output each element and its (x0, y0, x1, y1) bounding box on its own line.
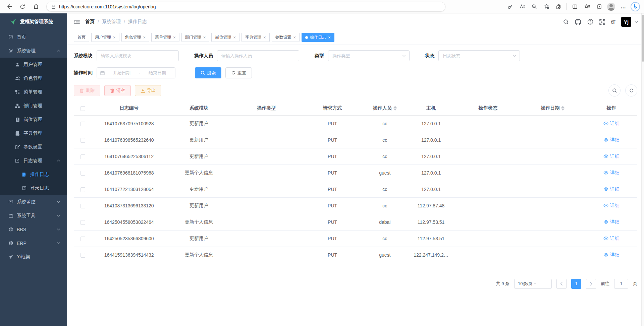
operator-filter-input[interactable] (217, 50, 299, 61)
more-menu-icon[interactable]: … (618, 2, 629, 12)
status-filter-select[interactable]: 日志状态 (438, 50, 520, 61)
next-page-button[interactable] (586, 279, 596, 289)
date-range-picker[interactable]: 开始日期 - 结束日期 (97, 67, 175, 78)
table-row[interactable]: 1641087313696133120 更新用户 PUT cc 112.97.8… (74, 197, 637, 214)
table-row[interactable]: 1641076370975100928 更新用户 PUT cc 127.0.0.… (74, 115, 637, 132)
tab-operation-log[interactable]: 操作日志× (302, 33, 334, 42)
sidebar-item-erp[interactable]: ERP (0, 236, 67, 250)
row-checkbox[interactable] (80, 220, 85, 225)
header-search-icon[interactable] (563, 19, 569, 25)
detail-link[interactable]: 详细 (603, 121, 620, 127)
close-tab-icon[interactable]: × (328, 35, 331, 40)
table-row[interactable]: 1642505235366809600 更新用户 PUT cc 112.97.5… (74, 230, 637, 247)
row-checkbox[interactable] (80, 154, 85, 159)
detail-link[interactable]: 详细 (603, 252, 620, 258)
sidebar-item-home[interactable]: 首页 (0, 30, 67, 44)
sidebar-item-menus[interactable]: 菜单管理 (0, 85, 67, 99)
table-row[interactable]: 1644159136394514432 更新个人信息 PUT guest 122… (74, 247, 637, 263)
collections-icon[interactable] (594, 2, 604, 12)
user-avatar-logo[interactable]: Yj (621, 17, 631, 27)
breadcrumb-home[interactable]: 首页 (85, 19, 95, 25)
split-screen-icon[interactable] (570, 2, 580, 12)
page-size-select[interactable]: 10条/页 (514, 279, 552, 289)
font-size-icon[interactable]: tT (611, 19, 615, 25)
sidebar-item-operation-log[interactable]: 操作日志 (0, 168, 67, 181)
browser-back-icon[interactable] (3, 2, 15, 12)
close-tab-icon[interactable]: × (233, 35, 236, 40)
row-checkbox[interactable] (80, 122, 85, 126)
extensions-icon[interactable] (553, 2, 564, 12)
module-filter-input[interactable] (97, 50, 179, 61)
sort-icon[interactable] (561, 106, 565, 111)
delete-button[interactable]: 删除 (74, 85, 100, 96)
tab-user-mgmt[interactable]: 用户管理× (91, 33, 119, 42)
tab-role-mgmt[interactable]: 角色管理× (121, 33, 150, 42)
reset-button[interactable]: 重置 (225, 67, 252, 78)
clear-button[interactable]: 清空 (104, 85, 131, 96)
sidebar-item-posts[interactable]: 岗位管理 (0, 113, 67, 126)
sidebar-item-login-log[interactable]: 登录日志 (0, 181, 67, 195)
sidebar-item-logs[interactable]: 日志管理 (0, 154, 67, 168)
detail-link[interactable]: 详细 (603, 236, 620, 242)
bing-chat-icon[interactable] (630, 2, 641, 12)
sidebar-item-bbs[interactable]: BBS (0, 222, 67, 236)
sidebar-item-yi-framework[interactable]: Yi框架 (0, 250, 67, 264)
password-key-icon[interactable] (505, 2, 516, 12)
user-menu-caret-icon[interactable] (635, 21, 638, 23)
favorites-bar-icon[interactable] (582, 2, 592, 12)
export-button[interactable]: 导出 (135, 85, 161, 96)
close-tab-icon[interactable]: × (173, 35, 176, 40)
detail-link[interactable]: 详细 (603, 153, 620, 159)
show-search-toggle-button[interactable] (608, 84, 621, 96)
detail-link[interactable]: 详细 (603, 219, 620, 225)
tab-post-mgmt[interactable]: 岗位管理× (211, 33, 239, 42)
help-icon[interactable] (587, 19, 593, 25)
row-checkbox[interactable] (80, 253, 85, 258)
page-scrollbar[interactable] (641, 13, 644, 326)
fullscreen-icon[interactable] (599, 19, 605, 25)
select-all-checkbox[interactable] (80, 106, 85, 111)
close-tab-icon[interactable]: × (293, 35, 296, 40)
type-filter-select[interactable]: 操作类型 (328, 50, 410, 61)
sidebar-item-parameters[interactable]: 参数设置 (0, 140, 67, 154)
sidebar-item-system[interactable]: 系统管理 (0, 44, 67, 58)
close-tab-icon[interactable]: × (113, 35, 116, 40)
detail-link[interactable]: 详细 (603, 137, 620, 143)
detail-link[interactable]: 详细 (603, 170, 620, 176)
row-checkbox[interactable] (80, 237, 85, 241)
favorites-add-icon[interactable] (541, 2, 552, 12)
browser-address-bar[interactable]: https://ccnetcore.com:1101/system/log/op… (46, 2, 445, 12)
close-tab-icon[interactable]: × (203, 35, 206, 40)
sidebar-item-tools[interactable]: 系统工具 (0, 209, 67, 222)
scrollbar-thumb[interactable] (642, 15, 644, 62)
read-aloud-icon[interactable] (517, 2, 528, 12)
table-row[interactable]: 1641077221303128064 更新用户 PUT cc 127.0.0.… (74, 181, 637, 197)
tab-home[interactable]: 首页 (74, 33, 89, 42)
close-tab-icon[interactable]: × (143, 35, 146, 40)
zoom-out-icon[interactable] (529, 2, 540, 12)
detail-link[interactable]: 详细 (603, 203, 620, 209)
sidebar-collapse-icon[interactable] (74, 19, 80, 24)
row-checkbox[interactable] (80, 187, 85, 192)
prev-page-button[interactable] (556, 279, 567, 289)
sidebar-item-dictionary[interactable]: 字典管理 (0, 126, 67, 140)
page-number-button[interactable]: 1 (571, 279, 581, 289)
table-row[interactable]: 1641076465225306112 更新用户 PUT cc 127.0.0.… (74, 148, 637, 165)
refresh-table-button[interactable] (625, 84, 637, 96)
table-row[interactable]: 1641076968181075968 更新个人信息 PUT guest 127… (74, 165, 637, 181)
sidebar-item-departments[interactable]: 部门管理 (0, 99, 67, 113)
goto-page-input[interactable] (614, 279, 628, 289)
tab-dept-mgmt[interactable]: 部门管理× (181, 33, 210, 42)
tab-param-settings[interactable]: 参数设置× (272, 33, 300, 42)
breadcrumb-system[interactable]: 系统管理 (102, 19, 121, 25)
github-icon[interactable] (575, 19, 581, 25)
sidebar-item-monitor[interactable]: 系统监控 (0, 195, 67, 209)
table-row[interactable]: 1641076398565232640 更新用户 PUT cc 127.0.0.… (74, 132, 637, 148)
tab-menu-mgmt[interactable]: 菜单管理× (151, 33, 179, 42)
browser-refresh-icon[interactable] (17, 2, 28, 12)
row-checkbox[interactable] (80, 171, 85, 176)
sidebar-item-roles[interactable]: 角色管理 (0, 71, 67, 85)
sidebar-item-users[interactable]: 用户管理 (0, 58, 67, 71)
row-checkbox[interactable] (80, 138, 85, 143)
tab-dict-mgmt[interactable]: 字典管理× (241, 33, 270, 42)
